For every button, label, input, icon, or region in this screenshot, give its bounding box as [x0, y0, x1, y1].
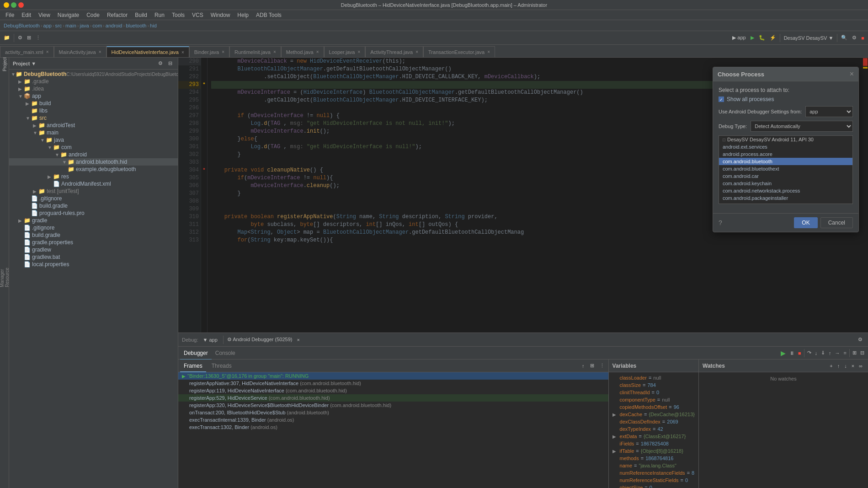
tab-close-icon[interactable]: × — [46, 49, 49, 54]
tree-app[interactable]: ▼ 📦 app — [9, 92, 178, 100]
var-numreferenceinstancefields[interactable]: numReferenceInstanceFields = 8 — [609, 469, 698, 477]
process-list[interactable]: □ DesaySV DesaySV Android 11, API 30 and… — [719, 135, 853, 204]
stack-frame-7[interactable]: execTransact:1302, Binder (android.os) — [178, 424, 608, 431]
android-debugger-select[interactable]: app — [805, 106, 853, 117]
menu-vcs[interactable]: VCS — [188, 10, 207, 20]
menu-run[interactable]: Run — [151, 10, 168, 20]
var-objectsize[interactable]: objectSize = 0 — [609, 484, 698, 488]
menu-file[interactable]: File — [2, 10, 18, 20]
process-com-android-bluetoothext[interactable]: com.android.bluetoothext — [719, 165, 852, 172]
tab-close-icon[interactable]: × — [181, 50, 184, 55]
debug-type-select[interactable]: Detect Automatically — [751, 121, 853, 132]
tree-gitignore[interactable]: 📄 .gitignore — [9, 195, 178, 202]
breadcrumb-main[interactable]: main — [65, 23, 76, 28]
tree-root[interactable]: ▼ 📁 DebugBluetooth C:\Users\uidq5921\And… — [9, 70, 178, 78]
stack-frame-3[interactable]: registerApp:529, HidDeviceService (com.a… — [178, 394, 608, 402]
dialog-cancel-button[interactable]: Cancel — [820, 217, 853, 228]
breadcrumb-com[interactable]: com — [92, 23, 102, 28]
menu-adb-tools[interactable]: ADB Tools — [252, 10, 285, 20]
close-button[interactable] — [18, 2, 24, 8]
tab-activity-main[interactable]: activity_main.xml × — [0, 46, 54, 57]
console-tab[interactable]: Console — [212, 346, 239, 360]
tree-test[interactable]: ▶ 📁 test [unitTest] — [9, 188, 178, 195]
dialog-close-button[interactable]: × — [850, 70, 854, 78]
tree-gradlew-bat[interactable]: 📄 gradlew.bat — [9, 253, 178, 261]
maximize-button[interactable] — [11, 2, 16, 8]
var-classsize[interactable]: classSize = 784 — [609, 381, 698, 389]
tab-activitythread[interactable]: ActivityThread.java × — [365, 46, 423, 57]
process-android-ext-services[interactable]: android.ext.services — [719, 143, 852, 150]
breadcrumb-bluetooth[interactable]: bluetooth — [126, 23, 146, 28]
resource-manager-icon[interactable]: Resource Manager — [0, 273, 9, 282]
tree-android[interactable]: ▼ 📁 android — [9, 151, 178, 158]
tree-build[interactable]: ▶ 📁 build — [9, 100, 178, 107]
debug-app-tab[interactable]: ▼ app — [201, 336, 219, 343]
stack-frame-1[interactable]: registerAppNative:307, HidDeviceNativeIn… — [178, 380, 608, 387]
debugger-tab[interactable]: Debugger — [180, 346, 212, 360]
tree-gradle-hidden[interactable]: ▶ 📁 .gradle — [9, 78, 178, 85]
var-dexcache[interactable]: ▶ dexCache = {DexCache@16213} — [609, 411, 698, 418]
debug-step-into-button[interactable]: ↓ — [813, 349, 820, 357]
breadcrumb-app[interactable]: app — [43, 23, 52, 28]
var-name[interactable]: name = "java.lang.Class" — [609, 462, 698, 469]
toolbar-search[interactable]: 🔍 — [839, 34, 849, 42]
menu-build[interactable]: Build — [131, 10, 151, 20]
var-dexclassdefindex[interactable]: dexClassDefIndex = 2069 — [609, 418, 698, 425]
tree-com[interactable]: ▼ 📁 com — [9, 144, 178, 151]
tab-looper[interactable]: Looper.java × — [324, 46, 366, 57]
tree-gradle[interactable]: ▶ 📁 gradle — [9, 217, 178, 224]
breadcrumb-src[interactable]: src — [55, 23, 62, 28]
filter-button[interactable]: ⊞ — [588, 362, 596, 370]
tab-hiddevice[interactable]: HidDeviceNativeInterface.java × — [107, 46, 189, 57]
var-classloader[interactable]: classLoader = null — [609, 374, 698, 381]
process-com-android-packageinstaller[interactable]: com.android.packageinstaller — [719, 194, 852, 202]
export-threads-button[interactable]: ↑ — [580, 362, 586, 370]
run-button[interactable]: ▶ — [749, 34, 756, 42]
debug-step-over-button[interactable]: ↷ — [805, 349, 813, 357]
var-methods[interactable]: methods = 1868764816 — [609, 455, 698, 462]
var-iftable[interactable]: ▶ ifTable = {Object[8]@16218} — [609, 447, 698, 455]
tab-close-icon[interactable]: × — [487, 49, 490, 54]
toolbar-more[interactable]: ⋮ — [34, 34, 43, 42]
var-copiedmethodsoffset[interactable]: copiedMethodsOffset = 96 — [609, 403, 698, 411]
toolbar-project-icon[interactable]: 📁 — [2, 34, 12, 42]
debug-step-out-button[interactable]: ↑ — [827, 349, 833, 357]
debug-stop-button[interactable]: ■ — [796, 349, 803, 357]
project-gear-icon[interactable]: ⚙ — [156, 59, 165, 67]
tree-build-gradle[interactable]: 📄 build.gradle — [9, 202, 178, 209]
var-extdata[interactable]: ▶ extData = {ClassExt@16217} — [609, 433, 698, 440]
stack-frame-6[interactable]: execTransactInternal:1339, Binder (andro… — [178, 416, 608, 424]
tree-bluetooth-hid[interactable]: ▼ 📁 android.bluetooth.hid — [9, 158, 178, 166]
tab-close-icon[interactable]: × — [99, 49, 101, 54]
tab-close-icon[interactable]: × — [316, 49, 319, 54]
tab-mainactivity[interactable]: MainActivity.java × — [54, 46, 107, 57]
menu-edit[interactable]: Edit — [18, 10, 35, 20]
tree-root-build-gradle[interactable]: 📄 build.gradle — [9, 231, 178, 239]
stack-frame-0[interactable]: ▶ "Binder:13630_5"@16,176 in group "main… — [178, 372, 608, 380]
toolbar-settings[interactable]: ⚙ — [16, 34, 24, 42]
watches-delete-button[interactable]: × — [850, 362, 856, 370]
dialog-ok-button[interactable]: OK — [794, 217, 817, 228]
breadcrumb-android[interactable]: android — [106, 23, 122, 28]
debug-button[interactable]: 🐛 — [757, 34, 767, 42]
variable-list[interactable]: classLoader = null classSize = 784 — [609, 372, 698, 488]
tree-java[interactable]: ▼ 📁 java — [9, 136, 178, 144]
tree-gradle-props[interactable]: 📄 gradle.properties — [9, 239, 178, 246]
process-com-android-bluetooth[interactable]: com.android.bluetooth — [719, 158, 852, 165]
tab-close-icon[interactable]: × — [415, 49, 418, 54]
var-ifields[interactable]: iFields = 1867825408 — [609, 440, 698, 447]
tab-close-icon[interactable]: × — [273, 49, 276, 54]
tab-transactionexecutor[interactable]: TransactionExecutor.java × — [423, 46, 495, 57]
debug-close-tab[interactable]: × — [295, 336, 302, 343]
var-clinitthreadid[interactable]: clinitThreadId = 0 — [609, 389, 698, 396]
var-componenttype[interactable]: componentType = null — [609, 396, 698, 403]
menu-window[interactable]: Window — [207, 10, 234, 20]
tree-libs[interactable]: 📁 libs — [9, 107, 178, 114]
var-dextypeindex[interactable]: dexTypeIndex = 42 — [609, 425, 698, 433]
threads-tab[interactable]: Threads — [208, 359, 235, 372]
breadcrumb-java[interactable]: java — [80, 23, 89, 28]
debug-force-step-into-button[interactable]: ⇓ — [819, 349, 827, 357]
watches-add-button[interactable]: + — [828, 362, 834, 370]
debug-evaluate-button[interactable]: = — [842, 349, 848, 357]
watches-down-button[interactable]: ↓ — [842, 362, 849, 370]
